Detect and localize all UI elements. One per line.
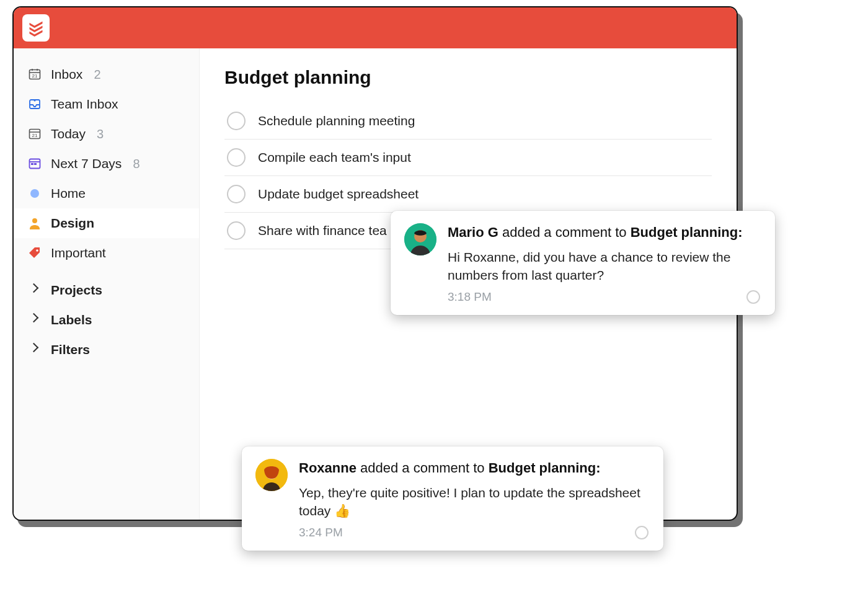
svg-point-14 xyxy=(32,218,37,223)
notification-unread-indicator[interactable] xyxy=(635,526,649,539)
notification-target: Budget planning: xyxy=(631,224,743,240)
sidebar-item-team-inbox[interactable]: Team Inbox xyxy=(14,89,199,119)
next7-icon xyxy=(27,156,42,171)
sidebar-item-label: Important xyxy=(51,246,106,260)
chevron-right-icon xyxy=(27,342,42,357)
sidebar-section-label: Labels xyxy=(51,313,92,327)
notification-text: Hi Roxanne, did you have a chance to rev… xyxy=(448,248,760,285)
task-label: Compile each team's input xyxy=(258,150,411,165)
sidebar-item-count: 2 xyxy=(94,68,100,82)
avatar xyxy=(404,223,436,255)
notification-text: Yep, they're quite positive! I plan to u… xyxy=(299,484,649,520)
sidebar-item-label: Home xyxy=(51,186,86,201)
sidebar-item-inbox[interactable]: 21 Inbox 2 xyxy=(14,60,199,89)
task-label: Schedule planning meeting xyxy=(258,113,415,128)
today-icon: 21 xyxy=(27,126,42,141)
sidebar: 21 Inbox 2 Team Inbox xyxy=(14,48,200,520)
avatar xyxy=(255,459,288,491)
thumbs-up-emoji: 👍 xyxy=(334,502,350,520)
notification-time: 3:18 PM xyxy=(448,290,492,304)
tag-icon xyxy=(27,246,42,260)
task-row[interactable]: Compile each team's input xyxy=(224,140,712,176)
app-logo[interactable] xyxy=(22,14,50,42)
sidebar-section-filters[interactable]: Filters xyxy=(14,335,199,365)
notification-unread-indicator[interactable] xyxy=(746,290,760,304)
sidebar-item-label: Next 7 Days xyxy=(51,156,122,171)
notification-card[interactable]: Roxanne added a comment to Budget planni… xyxy=(242,446,663,551)
svg-point-6 xyxy=(34,100,36,102)
notification-card[interactable]: Mario G added a comment to Budget planni… xyxy=(391,211,775,315)
task-label: Share with finance tea xyxy=(258,223,387,238)
sidebar-item-count: 3 xyxy=(97,127,104,141)
task-label: Update budget spreadsheet xyxy=(258,187,418,202)
sidebar-item-label: Today xyxy=(51,126,86,141)
sidebar-item-label: Design xyxy=(51,216,94,231)
svg-rect-13 xyxy=(34,163,37,165)
notification-title: Roxanne added a comment to Budget planni… xyxy=(299,459,649,477)
notification-action: added a comment to xyxy=(356,460,489,476)
task-row[interactable]: Schedule planning meeting xyxy=(224,103,712,140)
sidebar-item-design[interactable]: Design xyxy=(14,208,199,238)
sidebar-item-label: Inbox xyxy=(51,67,82,82)
svg-rect-12 xyxy=(31,163,33,165)
chevron-right-icon xyxy=(27,313,42,327)
notification-time: 3:24 PM xyxy=(299,526,343,539)
task-checkbox[interactable] xyxy=(227,221,246,240)
sidebar-section-projects[interactable]: Projects xyxy=(14,275,199,305)
task-row[interactable]: Update budget spreadsheet xyxy=(224,176,712,213)
notification-user: Roxanne xyxy=(299,460,356,476)
sidebar-item-important[interactable]: Important xyxy=(14,238,199,268)
svg-text:21: 21 xyxy=(32,73,38,79)
person-icon xyxy=(27,216,42,231)
sidebar-item-home[interactable]: Home xyxy=(14,179,199,208)
svg-text:21: 21 xyxy=(32,133,38,138)
sidebar-item-today[interactable]: 21 Today 3 xyxy=(14,119,199,149)
inbox-calendar-icon: 21 xyxy=(27,67,42,82)
notification-title: Mario G added a comment to Budget planni… xyxy=(448,223,760,242)
sidebar-section-labels[interactable]: Labels xyxy=(14,305,199,335)
svg-point-15 xyxy=(36,249,38,252)
team-inbox-icon xyxy=(27,97,42,112)
task-checkbox[interactable] xyxy=(227,148,246,167)
chevron-right-icon xyxy=(27,283,42,298)
sidebar-item-next7[interactable]: Next 7 Days 8 xyxy=(14,149,199,179)
todoist-logo-icon xyxy=(27,19,45,37)
task-checkbox[interactable] xyxy=(227,112,246,130)
notification-target: Budget planning: xyxy=(489,460,601,476)
titlebar xyxy=(14,7,737,48)
sidebar-section-label: Projects xyxy=(51,283,102,298)
page-title: Budget planning xyxy=(224,67,712,88)
sidebar-section-label: Filters xyxy=(51,342,90,357)
sidebar-item-label: Team Inbox xyxy=(51,97,118,112)
sidebar-item-count: 8 xyxy=(133,157,140,171)
notification-user: Mario G xyxy=(448,224,498,240)
task-checkbox[interactable] xyxy=(227,185,246,203)
notification-action: added a comment to xyxy=(498,224,631,240)
dot-icon xyxy=(27,186,42,201)
